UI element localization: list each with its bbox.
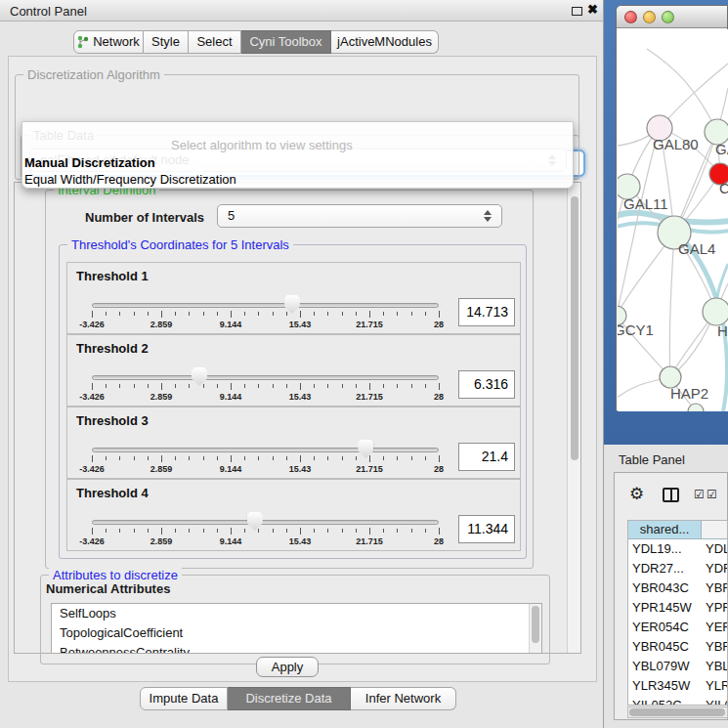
node-label: GCY1 <box>618 321 654 338</box>
tab-style[interactable]: Style <box>144 30 189 54</box>
slider-track[interactable] <box>92 448 439 452</box>
numerical-attributes-list[interactable]: SelfLoopsTopologicalCoefficientBetweenne… <box>51 603 542 654</box>
tab-label: jActiveMNodules <box>337 34 432 49</box>
select-all-checkbox-icon[interactable]: ☑ <box>707 488 717 501</box>
network-window-titlebar <box>617 6 727 28</box>
number-of-intervals-combobox[interactable]: 5 <box>217 204 502 228</box>
node-label: GAL11 <box>623 195 668 212</box>
threshold-value-field[interactable]: 11.344 <box>458 515 515 543</box>
attributes-group: Attributes to discretize Numerical Attri… <box>40 575 550 664</box>
node-label: HAP2 <box>670 385 708 402</box>
tab-network[interactable]: Network <box>73 30 144 54</box>
slider-track[interactable] <box>92 303 439 308</box>
tab-label: Infer Network <box>365 691 441 706</box>
threshold-value-field[interactable]: 14.713 <box>458 298 515 326</box>
settings-scrollpane: Interval Definition Number of Intervals … <box>14 182 581 654</box>
node-label: H <box>717 322 728 339</box>
slider-track[interactable] <box>92 520 439 525</box>
threshold-panel-3: Threshold 3-3.4262.8599.14415.4321.71528… <box>66 407 521 479</box>
column-header-0[interactable]: shared... <box>628 521 702 539</box>
tab-cyni-toolbox[interactable]: Cyni Toolbox <box>241 30 331 54</box>
tick-label: 15.43 <box>276 392 324 402</box>
network-node[interactable] <box>703 298 728 325</box>
node-label: GAL4 <box>678 240 715 257</box>
tab-impute-data[interactable]: Impute Data <box>140 687 228 710</box>
select-checkbox-icon[interactable]: ☑ <box>694 488 705 501</box>
attributes-scrollbar[interactable] <box>529 604 541 653</box>
table-row[interactable]: YPR145WYPR1 <box>628 598 728 618</box>
threshold-panel-4: Threshold 4-3.4262.8599.14415.4321.71528… <box>66 479 521 551</box>
table-row[interactable]: YDL19...YDL1 <box>628 539 728 559</box>
node-label: GA <box>715 141 728 157</box>
table-row[interactable]: YLR345WYLR3 <box>628 676 728 696</box>
attribute-item[interactable]: BetweennessCentrality <box>52 643 541 654</box>
thresholds-group: Threshold's Coordinates for 5 Intervals … <box>59 244 527 559</box>
table-row[interactable]: YBR045CYBR0 <box>628 637 728 657</box>
tick-label: 2.859 <box>137 536 186 546</box>
tab-jactivemnodules[interactable]: jActiveMNodules <box>331 30 439 54</box>
tick-label: -3.426 <box>67 464 116 474</box>
table-row[interactable]: YBR043CYBR0 <box>628 578 728 598</box>
node-attribute-table[interactable]: shared...naYDL19...YDL1YDR27...YDR2YBR04… <box>627 520 728 706</box>
network-icon <box>77 35 89 49</box>
tab-discretize-data[interactable]: Discretize Data <box>228 687 351 710</box>
control-panel-window: Control Panel ✖ NetworkStyleSelectCyni T… <box>0 0 604 728</box>
table-row[interactable]: YBL079WYBL0 <box>628 657 728 676</box>
apply-button[interactable]: Apply <box>256 657 319 677</box>
screen: Control Panel ✖ NetworkStyleSelectCyni T… <box>0 0 728 728</box>
tick-label: 15.43 <box>276 464 324 474</box>
tick-label: 28 <box>414 536 463 546</box>
numerical-attributes-label: Numerical Attributes <box>46 581 170 596</box>
network-view-window: GAL80GACGAL11GAL4GCY1HHAP2 <box>616 5 728 411</box>
tab-select[interactable]: Select <box>189 30 241 54</box>
threshold-value-field[interactable]: 6.316 <box>458 370 515 399</box>
node-label: GAL80 <box>653 136 699 152</box>
control-panel-tabs: NetworkStyleSelectCyni ToolboxjActiveMNo… <box>73 30 439 54</box>
panel-title: Control Panel <box>10 4 87 19</box>
tab-infer-network[interactable]: Infer Network <box>351 687 456 710</box>
algorithm-dropdown-popup: Select algorithm to view settings Manual… <box>21 121 574 189</box>
tick-label: 9.144 <box>206 392 255 402</box>
slider-thumb[interactable] <box>192 367 207 386</box>
float-window-icon[interactable] <box>572 7 582 16</box>
threshold-label: Threshold 3 <box>76 413 149 428</box>
table-horizontal-scrollbar[interactable] <box>627 707 728 718</box>
attribute-item[interactable]: SelfLoops <box>52 604 541 623</box>
minimize-traffic-light-icon[interactable] <box>643 11 656 23</box>
columns-icon[interactable] <box>663 488 679 502</box>
close-icon[interactable]: ✖ <box>587 2 598 17</box>
popup-item-equal-width-frequency[interactable]: Equal Width/Frequency Discretization <box>24 172 236 187</box>
table-row[interactable]: YIL052CYIL0 <box>628 696 728 706</box>
gear-icon[interactable]: ⚙ <box>629 484 644 504</box>
discretization-algorithm-title: Discretization Algorithm <box>23 67 164 82</box>
tick-label: 2.859 <box>137 320 186 329</box>
attribute-item[interactable]: TopologicalCoefficient <box>52 623 541 643</box>
threshold-panel-2: Threshold 2-3.4262.8599.14415.4321.71528… <box>66 334 521 407</box>
tab-label: Select <box>196 34 232 49</box>
table-row[interactable]: YDR27...YDR2 <box>628 559 728 578</box>
settings-vertical-scrollbar[interactable] <box>567 183 580 653</box>
tab-label: Cyni Toolbox <box>249 34 321 49</box>
zoom-traffic-light-icon[interactable] <box>662 11 674 23</box>
tick-label: 21.715 <box>345 320 394 329</box>
slider-thumb[interactable] <box>247 512 263 531</box>
cyni-toolbox-panel: Discretization Algorithm Table Data galF… <box>8 56 597 682</box>
column-header-1[interactable]: na <box>702 521 728 539</box>
tick-label: -3.426 <box>67 392 116 402</box>
popup-item-manual-discretization[interactable]: Manual Discretization <box>24 155 155 170</box>
threshold-panel-1: Threshold 1-3.4262.8599.14415.4321.71528… <box>66 262 521 334</box>
table-row[interactable]: YER054CYER0 <box>628 618 728 637</box>
network-canvas[interactable]: GAL80GACGAL11GAL4GCY1HHAP2 <box>618 29 728 411</box>
table-toolbar: ⚙ ☑ ☑ <box>615 473 727 518</box>
slider-thumb[interactable] <box>358 440 373 458</box>
table-panel-title: Table Panel <box>619 452 685 467</box>
tick-label: 28 <box>414 392 463 402</box>
tick-label: 21.715 <box>345 464 394 474</box>
number-of-intervals-value: 5 <box>228 208 235 223</box>
slider-track[interactable] <box>92 375 439 380</box>
control-panel-titlebar: Control Panel ✖ <box>0 0 603 21</box>
close-traffic-light-icon[interactable] <box>624 11 637 23</box>
threshold-value-field[interactable]: 21.4 <box>458 443 515 471</box>
threshold-label: Threshold 4 <box>76 486 149 500</box>
tick-label: 28 <box>414 320 463 329</box>
